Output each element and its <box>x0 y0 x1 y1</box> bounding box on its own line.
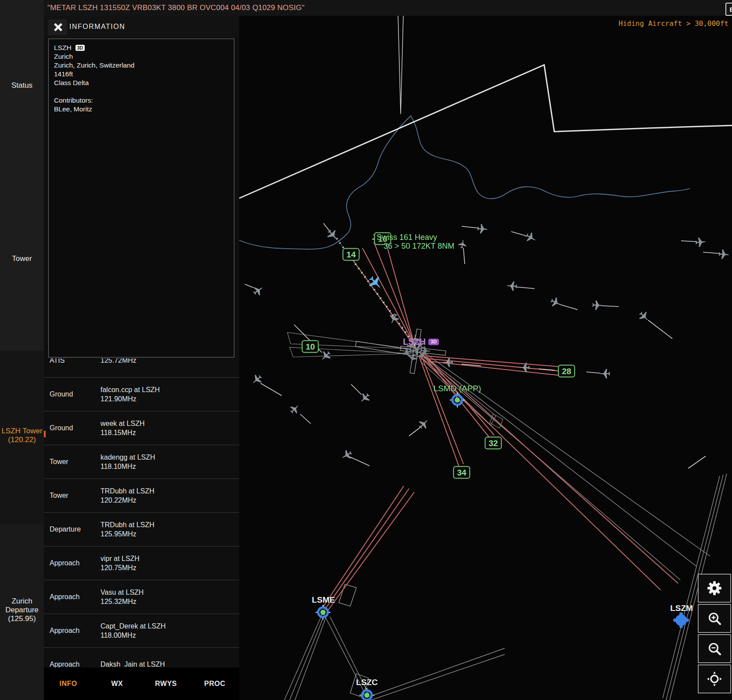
frequency-row[interactable]: Tower TRDubh at LSZH 120.22MHz <box>44 479 239 513</box>
airport-label-lszh[interactable]: LSZH 3D <box>403 337 439 347</box>
frequency-row[interactable]: ATIS 125.72MHz <box>44 358 239 378</box>
zoom-out-button[interactable] <box>698 634 731 663</box>
frequency-list[interactable]: ATIS 125.72MHz Ground falcon.ccp at LSZH… <box>44 358 239 668</box>
close-icon <box>54 23 62 32</box>
map-controls <box>698 574 731 695</box>
panel-tabbar: INFO WX RWYS PROC <box>44 668 239 700</box>
panel-title: INFORMATION <box>69 16 125 38</box>
runway-marker-32[interactable]: 32 <box>484 437 502 450</box>
station-label-lsme[interactable]: LSME <box>312 595 335 605</box>
ils-centerlines-red <box>323 240 678 612</box>
airport-name: Zurich <box>54 52 229 61</box>
top-bar: "METAR LSZH 131550Z VRB03KT 3800 BR OVC0… <box>44 0 732 16</box>
lsmd-marker <box>450 393 465 407</box>
locate-icon <box>706 670 723 688</box>
active-position-tick <box>44 431 46 437</box>
frequency-row[interactable]: Ground week at LSZH 118.15MHz <box>44 411 239 445</box>
aircraft-status: 36 > 50 172KT 8NM <box>384 242 454 250</box>
selected-aircraft-label[interactable]: Swiss 161 Heavy 36 > 50 172KT 8NM <box>377 233 454 250</box>
contributors-value: BLee, Moritz <box>54 105 229 114</box>
frequency-row[interactable]: Ground falcon.ccp at LSZH 121.90MHz <box>44 378 239 411</box>
panel-header: INFORMATION <box>44 16 239 38</box>
extended-centerlines-gray <box>284 353 727 700</box>
runway-marker-28[interactable]: 28 <box>558 365 575 378</box>
zoom-out-icon <box>706 640 723 657</box>
aircraft-callsign: Swiss 161 Heavy <box>377 233 454 242</box>
lszc-marker <box>359 688 374 700</box>
frequency-row[interactable]: Approach Capt_Derek at LSZH 118.00MHz <box>44 614 239 648</box>
runway-marker-34[interactable]: 34 <box>453 466 470 479</box>
tab-info[interactable]: INFO <box>44 668 93 700</box>
frequency-row[interactable]: Departure TRDubh at LSZH 125.95MHz <box>44 513 239 546</box>
runway-marker-10[interactable]: 10 <box>301 340 319 353</box>
tab-rwys[interactable]: RWYS <box>142 668 190 700</box>
locate-button[interactable] <box>698 664 731 693</box>
3d-badge: 3D <box>75 45 85 51</box>
contributors-label: Contributors: <box>54 96 229 105</box>
lszm-marker <box>673 612 689 628</box>
frequency-row[interactable]: Approach Vasu at LSZH 125.32MHz <box>44 580 239 614</box>
station-label-lsmd[interactable]: LSMD (APP) <box>434 384 481 393</box>
frequency-row[interactable]: Tower kadengg at LSZH 118.10MHz <box>44 445 239 479</box>
metar-text: "METAR LSZH 131550Z VRB03KT 3800 BR OVC0… <box>47 4 305 12</box>
airport-info-box: LSZH 3D Zurich Zurich, Zurich, Switzerla… <box>48 39 234 357</box>
tab-proc[interactable]: PROC <box>190 668 239 700</box>
gear-icon <box>706 579 723 597</box>
sidebar-section-1 <box>0 0 44 351</box>
station-label-lszc[interactable]: LSZC <box>356 678 378 687</box>
close-button[interactable] <box>48 19 67 35</box>
airport-location: Zurich, Zurich, Switzerland <box>54 61 229 70</box>
settings-button[interactable] <box>698 574 731 603</box>
sidebar-item-lszh-tower[interactable]: LSZH Tower (120.22) <box>0 427 44 444</box>
sidebar-item-zurich-departure[interactable]: Zurich Departure (125.95) <box>0 597 44 623</box>
station-label-lszm[interactable]: LSZM <box>670 604 693 613</box>
sidebar: Status Tower LSZH Tower (120.22) Zurich … <box>0 0 44 700</box>
3d-badge: 3D <box>428 339 439 345</box>
zoom-in-button[interactable] <box>698 604 731 633</box>
airport-class: Class Delta <box>54 79 229 87</box>
lake-outline <box>239 116 690 249</box>
traffic-aircraft <box>250 224 730 462</box>
clipped-corner-button[interactable]: B <box>725 3 732 16</box>
sidebar-item-status[interactable]: Status <box>0 81 44 90</box>
country-border <box>239 65 732 198</box>
airport-icao: LSZH <box>54 43 72 52</box>
runway-marker-14[interactable]: 14 <box>342 248 359 261</box>
sidebar-item-tower[interactable]: Tower <box>0 254 44 263</box>
frequency-row[interactable]: Approach Daksh_Jain at LSZH <box>44 648 239 668</box>
lsme-marker <box>316 605 330 620</box>
radar-app: 14 16 10 28 32 34 Swiss 161 Heavy 36 > 5… <box>0 0 732 700</box>
frequency-row[interactable]: Approach vipr at LSZH 120.75MHz <box>44 546 239 580</box>
information-panel: INFORMATION LSZH 3D Zurich Zurich, Zuric… <box>44 16 239 700</box>
tab-wx[interactable]: WX <box>93 668 141 700</box>
airport-elevation: 1416ft <box>54 70 229 79</box>
hiding-aircraft-note: Hiding Aircraft > 30,000ft <box>619 19 728 28</box>
zoom-in-icon <box>706 610 723 627</box>
